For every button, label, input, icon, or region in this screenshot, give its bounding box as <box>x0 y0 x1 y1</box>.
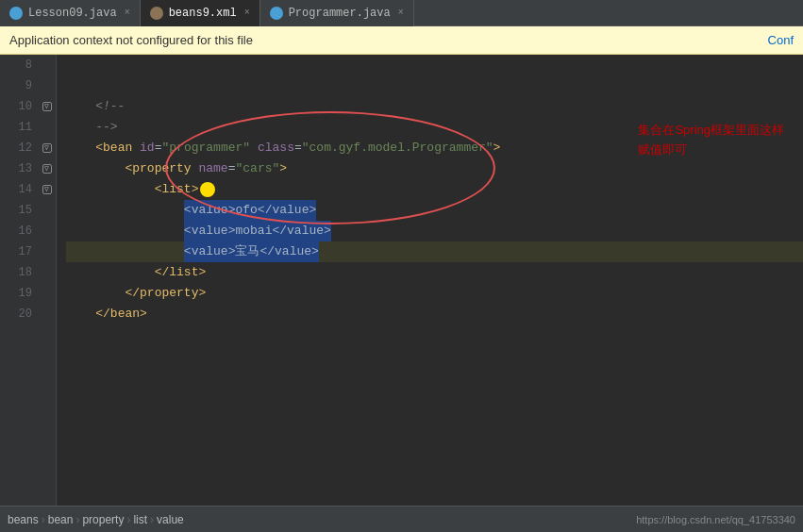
sep-2: › <box>75 513 79 526</box>
space-13 <box>192 158 199 179</box>
code-line-18: </list> <box>66 262 803 283</box>
line-9: 9 <box>0 75 32 96</box>
tab-close-beans9[interactable]: × <box>244 8 250 18</box>
line-20: 20 <box>0 304 32 324</box>
text-cursor <box>200 182 215 197</box>
fold-arrow-10[interactable]: ▽ <box>42 102 52 111</box>
editor-area: 8 9 10 11 12 13 14 15 16 17 18 19 20 ▽ ▽… <box>0 55 803 506</box>
code-line-17: <value>宝马</value> <box>66 241 803 262</box>
annotation-line2: 赋值即可 <box>638 141 784 160</box>
val-cars: "cars" <box>236 158 280 179</box>
tag-bean-close: bean <box>110 304 140 324</box>
line-8: 8 <box>0 55 32 75</box>
bracket-12-open: < <box>95 138 103 158</box>
fold-17 <box>38 241 56 262</box>
sep-1: › <box>42 513 45 526</box>
indent-19 <box>66 283 125 304</box>
code-line-16: <value>mobai</value> <box>66 221 803 241</box>
code-line-10: <!-- <box>66 96 803 117</box>
breadcrumb-list: list <box>133 513 147 526</box>
tab-programmer[interactable]: Programmer.java × <box>260 0 414 26</box>
indent-11 <box>66 117 95 138</box>
java-icon <box>9 7 23 20</box>
code-line-9 <box>66 75 803 96</box>
line-14: 14 <box>0 179 32 200</box>
attr-id: id <box>140 138 155 158</box>
fold-8 <box>38 55 56 75</box>
bracket-20-open: </ <box>95 304 110 324</box>
space-12b <box>250 138 258 158</box>
comment-open: <!-- <box>95 96 125 117</box>
warning-bar: Application context not configured for t… <box>0 26 803 55</box>
breadcrumb-bean: bean <box>48 513 74 526</box>
code-line-19: </property> <box>66 283 803 304</box>
attr-name-13: name <box>198 158 227 179</box>
val-programmer: "programmer" <box>161 138 250 158</box>
xml-icon <box>150 7 163 20</box>
tab-label-programmer: Programmer.java <box>289 7 391 20</box>
bracket-20-close: > <box>140 304 147 324</box>
fold-15 <box>38 200 56 221</box>
comment-close: --> <box>95 117 117 138</box>
line-15: 15 <box>0 200 32 221</box>
code-content[interactable]: <!-- --> <bean id="programmer" class="co… <box>57 55 803 506</box>
value-ofo-highlight: <value>ofo</value> <box>184 200 316 221</box>
value-mobai-highlight: <value>mobai</value> <box>184 221 331 241</box>
bracket-13-close: > <box>279 158 287 179</box>
fold-19 <box>38 283 56 304</box>
breadcrumb-property: property <box>82 513 124 526</box>
fold-14: ▽ <box>38 179 56 200</box>
indent-18 <box>66 262 155 283</box>
tab-close-programmer[interactable]: × <box>398 8 404 18</box>
indent-15 <box>66 200 184 221</box>
space-12a <box>132 138 140 158</box>
bracket-19-close: > <box>198 283 206 304</box>
warning-message: Application context not configured for t… <box>9 33 253 47</box>
fold-13: ▽ <box>38 158 56 179</box>
tab-close-lesson09[interactable]: × <box>125 8 130 18</box>
fold-arrow-14[interactable]: ▽ <box>42 185 52 194</box>
fold-arrow-12[interactable]: ▽ <box>42 143 52 153</box>
indent-17 <box>66 241 184 262</box>
fold-12: ▽ <box>38 138 56 158</box>
line-18: 18 <box>0 262 32 283</box>
indent-12 <box>66 138 95 158</box>
indent-10 <box>66 96 95 117</box>
code-line-15: <value>ofo</value> <box>66 200 803 221</box>
fold-gutter: ▽ ▽ ▽ ▽ <box>38 55 57 506</box>
attr-class: class <box>258 138 294 158</box>
tab-bar: Lesson09.java × beans9.xml × Programmer.… <box>0 0 803 26</box>
bracket-14-open: < <box>155 179 162 200</box>
sep-4: › <box>150 513 154 526</box>
eq-12a: = <box>155 138 162 158</box>
configure-link[interactable]: Conf <box>768 33 794 47</box>
fold-11 <box>38 117 56 138</box>
line-10: 10 <box>0 96 32 117</box>
tab-lesson09[interactable]: Lesson09.java × <box>0 0 141 26</box>
bracket-18-open: </ <box>155 262 170 283</box>
indent-14 <box>66 179 155 200</box>
fold-9 <box>38 75 56 96</box>
tag-property-close: property <box>140 283 198 304</box>
tag-bean: bean <box>103 138 132 158</box>
bracket-12-close: > <box>494 138 501 158</box>
fold-16 <box>38 221 56 241</box>
eq-13: = <box>228 158 236 179</box>
line-19: 19 <box>0 283 32 304</box>
bracket-18-close: > <box>198 262 206 283</box>
status-url: https://blog.csdn.net/qq_41753340 <box>636 514 795 525</box>
programmer-icon <box>270 7 283 20</box>
code-line-20: </bean> <box>66 304 803 324</box>
fold-10: ▽ <box>38 96 56 117</box>
line-11: 11 <box>0 117 32 138</box>
indent-13 <box>66 158 125 179</box>
tab-label-lesson09: Lesson09.java <box>28 7 117 20</box>
code-line-13: <property name="cars" > <box>66 158 803 179</box>
value-bmw-highlight: <value>宝马</value> <box>184 241 319 262</box>
tab-beans9[interactable]: beans9.xml × <box>141 0 260 26</box>
bracket-14-close: > <box>192 179 199 200</box>
fold-arrow-13[interactable]: ▽ <box>42 164 52 174</box>
indent-16 <box>66 221 184 241</box>
tag-property: property <box>132 158 191 179</box>
breadcrumb-value: value <box>157 513 184 526</box>
